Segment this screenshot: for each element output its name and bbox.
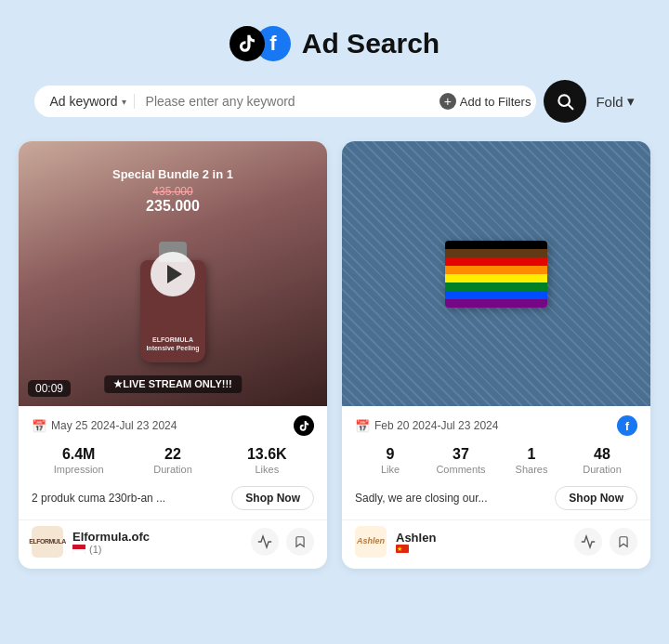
bookmark-button-left[interactable] [286, 528, 314, 556]
stat-comments-label: Comments [426, 464, 496, 475]
brand-row-right: Ashlen Ashlen ★ [342, 519, 650, 569]
stat-duration-right-label: Duration [567, 464, 637, 475]
product-info: Special Bundle 2 in 1 435.000 235.000 [19, 167, 327, 215]
desc-row-left: 2 produk cuma 230rb-an ... Shop Now [19, 482, 327, 519]
stat-comments-value: 37 [426, 445, 496, 463]
stat-likes-label: Likes [220, 464, 314, 475]
card-thumbnail-right [342, 141, 650, 406]
stat-impression-label: Impression [32, 464, 125, 475]
stat-duration: 22 Duration [125, 445, 219, 475]
brand-info-right: Ashlen Ashlen ★ [355, 526, 436, 558]
brand-logo-left: ELFORMULA [32, 526, 63, 558]
brand-name-right: Ashlen [396, 531, 436, 545]
logo-group: f [230, 26, 291, 61]
tiktok-platform-icon [294, 415, 314, 436]
shop-now-button-left[interactable]: Shop Now [231, 486, 314, 510]
brand-row-left: ELFORMULA Elformula.ofc (1) [19, 519, 327, 569]
ad-card-left: Special Bundle 2 in 1 435.000 235.000 EL… [19, 141, 327, 569]
stat-duration-right-value: 48 [567, 445, 637, 463]
card-thumbnail-left: Special Bundle 2 in 1 435.000 235.000 EL… [19, 141, 327, 406]
pride-flag-pin [445, 241, 547, 308]
brand-actions-right [574, 528, 637, 556]
app-header: f Ad Search [0, 0, 669, 80]
stat-like-label: Like [355, 464, 426, 475]
stats-row-right: 9 Like 37 Comments 1 Shares 48 Duration [342, 441, 650, 482]
cards-container: Special Bundle 2 in 1 435.000 235.000 EL… [0, 141, 669, 569]
stat-impression-value: 6.4M [32, 445, 125, 463]
brand-actions-left [251, 528, 314, 556]
ad-keyword-dropdown[interactable]: Ad keyword ▾ [49, 94, 134, 109]
fold-label: Fold [596, 94, 623, 110]
add-filters-label: Add to Filters [460, 95, 531, 109]
ad-description-left: 2 produk cuma 230rb-an ... [32, 492, 224, 505]
facebook-platform-icon: f [617, 415, 637, 436]
date-range-left: 📅 May 25 2024-Jul 23 2024 [32, 419, 177, 433]
stat-duration-right: 48 Duration [567, 445, 637, 475]
facebook-f: f [269, 33, 276, 54]
app-title: Ad Search [302, 28, 439, 59]
video-timestamp: 00:09 [28, 380, 71, 397]
chart-button-right[interactable] [574, 528, 602, 556]
stat-likes: 13.6K Likes [220, 445, 314, 475]
stat-like: 9 Like [355, 445, 426, 475]
ad-card-right: 📅 Feb 20 2024-Jul 23 2024 f 9 Like 37 Co… [342, 141, 650, 569]
brand-sub-right: ★ [396, 545, 436, 553]
calendar-icon-right: 📅 [355, 419, 370, 433]
search-bar: Ad keyword ▾ + Add to Filters Fold ▾ [0, 80, 669, 141]
card-meta-left: 📅 May 25 2024-Jul 23 2024 [19, 406, 327, 441]
stat-duration-label: Duration [125, 464, 219, 475]
ad-description-right: Sadly, we are closing our... [355, 492, 547, 505]
brand-name-left: Elformula.ofc [72, 530, 150, 544]
svg-point-0 [559, 95, 571, 106]
pride-pin-visual [342, 141, 650, 406]
search-input[interactable] [138, 94, 428, 109]
chevron-down-icon: ▾ [122, 97, 126, 107]
card-meta-right: 📅 Feb 20 2024-Jul 23 2024 f [342, 406, 650, 441]
brand-rating-left: (1) [89, 544, 101, 555]
stat-shares-value: 1 [496, 445, 567, 463]
shop-now-button-right[interactable]: Shop Now [555, 486, 637, 510]
date-range-right: 📅 Feb 20 2024-Jul 23 2024 [355, 419, 498, 433]
old-price: 435.000 [19, 185, 327, 198]
stat-duration-value: 22 [125, 445, 219, 463]
brand-logo-right: Ashlen [355, 526, 387, 558]
brand-sub-left: (1) [72, 544, 150, 555]
tiktok-logo [230, 26, 265, 61]
ad-keyword-label: Ad keyword [49, 94, 117, 109]
search-button[interactable] [544, 80, 586, 123]
new-price: 235.000 [19, 198, 327, 215]
stat-shares: 1 Shares [496, 445, 567, 475]
desc-row-right: Sadly, we are closing our... Shop Now [342, 482, 650, 519]
bookmark-button-right[interactable] [610, 528, 637, 556]
search-inner: Ad keyword ▾ + Add to Filters [34, 85, 536, 117]
stat-shares-label: Shares [496, 464, 567, 475]
fold-chevron-icon: ▾ [627, 93, 635, 110]
brand-info-left: ELFORMULA Elformula.ofc (1) [32, 526, 150, 558]
stat-like-value: 9 [355, 445, 426, 463]
stats-row-left: 6.4M Impression 22 Duration 13.6K Likes [19, 441, 327, 482]
chart-button-left[interactable] [251, 528, 279, 556]
plus-circle-icon: + [439, 93, 456, 110]
add-filters-button[interactable]: + Add to Filters [432, 93, 531, 110]
date-text-left: May 25 2024-Jul 23 2024 [51, 419, 177, 432]
date-text-right: Feb 20 2024-Jul 23 2024 [374, 419, 498, 432]
stat-likes-value: 13.6K [220, 445, 314, 463]
svg-line-1 [570, 105, 573, 109]
bundle-title: Special Bundle 2 in 1 [19, 167, 327, 181]
stat-impression: 6.4M Impression [32, 445, 125, 475]
play-button[interactable] [151, 252, 195, 296]
fold-button[interactable]: Fold ▾ [596, 93, 634, 110]
calendar-icon: 📅 [32, 419, 46, 433]
stat-comments: 37 Comments [426, 445, 496, 475]
livestream-badge: ★LIVE STREAM ONLY!!! [104, 375, 242, 393]
